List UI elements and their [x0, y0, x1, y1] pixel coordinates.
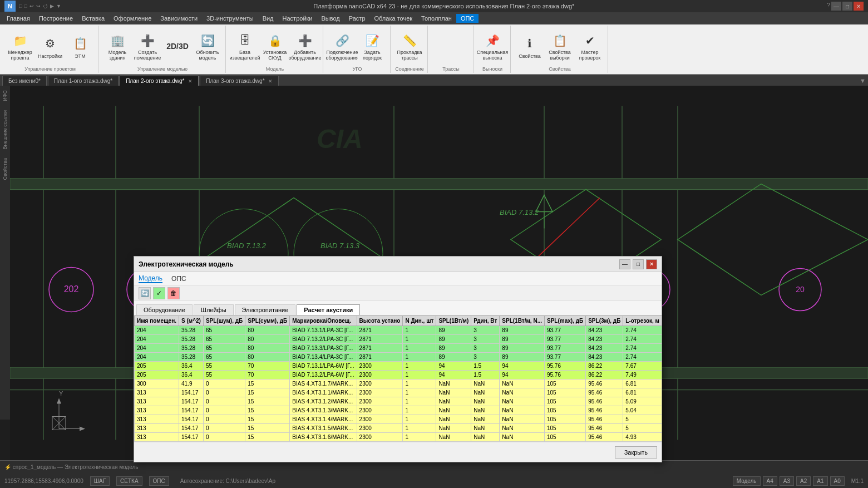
col-spl1n[interactable]: SPL(1Вт/м, N...: [500, 316, 545, 326]
a1-tab-btn[interactable]: A1: [813, 476, 827, 486]
db-icon: 🗄: [236, 33, 254, 48]
dlg-tab-acoustics[interactable]: Расчет акустики: [297, 304, 360, 315]
col-mark[interactable]: Маркировка/Оповещ.: [290, 316, 357, 326]
dlg-tool-delete[interactable]: 🗑: [167, 287, 180, 299]
menu-glavnaya[interactable]: Главная: [2, 14, 34, 23]
model-tab-btn[interactable]: Модель: [733, 476, 761, 486]
dialog-minimize-button[interactable]: —: [619, 259, 630, 269]
ribbon-btn-special-mark[interactable]: 📌 Специальнаявыноска: [478, 31, 507, 62]
col-l[interactable]: L-отрезок, м: [623, 316, 662, 326]
ribbon-group-vynosky: 📌 Специальнаявыноска Выноски: [475, 26, 511, 73]
svg-rect-11: [10, 179, 868, 190]
dialog-menu-bar: Модель ОПС: [134, 272, 662, 285]
ribbon-btn-settings[interactable]: ⚙ Настройки: [36, 31, 65, 62]
tab-floor2[interactable]: План 2-ого этажа.dwg* ✕: [120, 76, 199, 86]
sidebar-ifs[interactable]: ИФС: [1, 86, 9, 106]
menu-ops[interactable]: ОПС: [456, 14, 479, 23]
dlg-menu-model[interactable]: Модель: [139, 274, 162, 283]
col-s[interactable]: S (м^2): [179, 316, 204, 326]
sidebar-properties[interactable]: Свойства: [1, 154, 9, 185]
col-spl1[interactable]: SPL(1Вт/м): [436, 316, 471, 326]
ribbon-btn-connect[interactable]: 🔗 Подключениеоборудования: [328, 31, 357, 62]
ribbon-btn-props-selection[interactable]: 📋 Свойствавыборки: [545, 31, 574, 62]
col-spl-summ[interactable]: SPL(сумм), дБ: [245, 316, 290, 326]
a2-tab-btn[interactable]: A2: [796, 476, 811, 486]
ribbon-btn-master-check[interactable]: ✔ Мастерпроверок: [575, 31, 604, 62]
menu-zavisimosti[interactable]: Зависимости: [156, 14, 202, 23]
trace-icon: 📏: [401, 33, 418, 48]
dialog-close-button[interactable]: ✕: [646, 259, 657, 269]
tab-overflow-arrow[interactable]: ▼: [860, 77, 866, 84]
cell-mark: BIAD 7.13.2/LPA-3C [Г...: [290, 335, 357, 344]
col-room[interactable]: Имя помещен.: [135, 316, 179, 326]
cell-room: 313: [135, 424, 179, 433]
tab-floor3[interactable]: План 3-ого этажа.dwg* ✕: [200, 76, 279, 86]
dialog-close-footer-button[interactable]: Закрыть: [615, 446, 657, 459]
menu-rastr[interactable]: Растр: [344, 14, 370, 23]
a0-tab-btn[interactable]: A0: [830, 476, 845, 486]
ribbon-btn-order[interactable]: 📝 Задатьпорядок: [358, 31, 387, 62]
ribbon-btn-trace[interactable]: 📏 Прокладкатрассы: [395, 31, 424, 62]
minimize-button[interactable]: —: [831, 2, 841, 11]
menu-oblaka[interactable]: Облака точек: [370, 14, 417, 23]
ribbon-buttons-model: 🏢 Модельздания ➕ Создатьпомещение 2D/3D …: [103, 27, 222, 66]
cell-s: 35.28: [179, 326, 204, 335]
cell-s: 154.17: [179, 433, 204, 442]
menu-postroenie[interactable]: Построение: [34, 14, 77, 23]
status-btn-shag[interactable]: ШАГ: [90, 476, 110, 486]
col-n[interactable]: N Дин., шт: [403, 316, 436, 326]
cell-spl1n: NaN: [500, 388, 545, 397]
svg-text:Y: Y: [59, 390, 63, 397]
cell-mark: BIAS 4.XT3.1.1/MARK...: [290, 388, 357, 397]
close-button[interactable]: ✕: [854, 2, 864, 11]
ribbon-btn-add-equip[interactable]: ➕ Добавитьоборудование: [290, 31, 319, 62]
ribbon-group-label-model2: Модель: [266, 66, 284, 72]
ribbon-btn-skud[interactable]: 🔒 УстановкаСКУД: [260, 31, 289, 62]
a3-tab-btn[interactable]: A3: [780, 476, 794, 486]
cell-h: 2300: [357, 415, 403, 424]
acoustics-table-container[interactable]: Имя помещен. S (м^2) SPL(шум), дБ SPL(су…: [134, 316, 662, 442]
ribbon-btn-etm[interactable]: 📋 ЭТМ: [66, 31, 95, 62]
dlg-tab-equipment[interactable]: Оборудование: [136, 304, 193, 315]
col-height[interactable]: Высота устано: [357, 316, 403, 326]
dlg-tab-power[interactable]: Электропитание: [235, 304, 296, 315]
menu-oformlenie[interactable]: Оформление: [109, 14, 156, 23]
menu-vyvod[interactable]: Вывод: [317, 14, 344, 23]
ribbon-btn-manager[interactable]: 📁 Менеджерпроекта: [6, 31, 34, 62]
restore-button[interactable]: □: [842, 2, 852, 11]
col-splmax[interactable]: SPL(max), дБ: [544, 316, 585, 326]
cell-splmax: 105: [544, 388, 585, 397]
status-btn-ops[interactable]: ОПС: [149, 476, 169, 486]
col-rdin[interactable]: Рдин, Вт: [471, 316, 500, 326]
menu-nastroyki[interactable]: Настройки: [278, 14, 317, 23]
col-spl3m[interactable]: SPL(3м), дБ: [586, 316, 623, 326]
ribbon-btn-props[interactable]: ℹ Свойства: [515, 31, 544, 62]
status-btn-setka[interactable]: СЕТКА: [116, 476, 142, 486]
cell-h: 2871: [357, 344, 403, 353]
ribbon-btn-update[interactable]: 🔄 Обновитьмодель: [193, 31, 222, 62]
sidebar-external-links[interactable]: Внешние ссылки: [1, 106, 9, 154]
tab-floor2-close[interactable]: ✕: [188, 78, 193, 84]
menu-3dinstrumenty[interactable]: 3D-инструменты: [202, 14, 258, 23]
tab-floor1[interactable]: План 1-ого этажа.dwg*: [48, 76, 119, 86]
ribbon-btn-2d3d[interactable]: 2D/3D: [163, 31, 192, 62]
tab-floor3-close[interactable]: ✕: [268, 78, 273, 84]
menu-topolplan[interactable]: Тополплан: [417, 14, 456, 23]
cell-room: 313: [135, 397, 179, 406]
ribbon-btn-create-room[interactable]: ➕ Создатьпомещение: [133, 31, 162, 62]
menu-vid[interactable]: Вид: [258, 14, 278, 23]
tab-unnamed[interactable]: Без имени0*: [2, 76, 47, 86]
a4-tab-btn[interactable]: A4: [763, 476, 777, 486]
cell-spl3m: 84.23: [586, 353, 623, 362]
ribbon-btn-building[interactable]: 🏢 Модельздания: [103, 31, 132, 62]
dlg-tab-loops[interactable]: Шлейфы: [194, 304, 234, 315]
ribbon-btn-db[interactable]: 🗄 Базаизвещателей: [230, 31, 259, 62]
dlg-tool-check[interactable]: ✓: [153, 287, 165, 299]
dlg-menu-ops[interactable]: ОПС: [171, 275, 186, 283]
menu-vstavka[interactable]: Вставка: [77, 14, 109, 23]
ribbon-buttons-ugo: 🔗 Подключениеоборудования 📝 Задатьпорядо…: [328, 27, 387, 66]
dlg-tool-refresh[interactable]: 🔄: [139, 287, 151, 299]
dialog-maximize-button[interactable]: □: [633, 259, 644, 269]
ribbon-group-ugo: 🔗 Подключениеоборудования 📝 Задатьпорядо…: [324, 26, 391, 73]
col-spl-shum[interactable]: SPL(шум), дБ: [203, 316, 245, 326]
